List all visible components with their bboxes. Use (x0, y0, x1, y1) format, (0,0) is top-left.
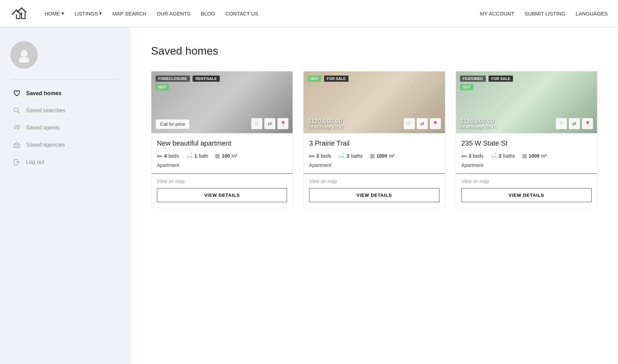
view-details-button-2[interactable]: VIEW DETAILS (309, 188, 439, 202)
logout-icon (13, 158, 21, 166)
view-on-map-2[interactable]: View on map (309, 179, 439, 184)
card-divider-1 (151, 173, 293, 174)
property-title-2: 3 Prairie Trail (309, 139, 439, 148)
sidebar-item-label: Saved agents (26, 125, 60, 131)
nav-contact-us[interactable]: CONTACT US (225, 11, 258, 16)
view-details-button-1[interactable]: VIEW DETAILS (157, 188, 287, 202)
bath-icon-3: 🛁 (490, 152, 497, 159)
agencies-icon (13, 141, 21, 149)
property-type-1: Apartment (157, 162, 287, 173)
card-actions-1: ♡ ⇄ 📍 (251, 118, 288, 129)
property-card-2: HOT FOR SALE $120,000.00 Est. Mortgage $… (303, 71, 445, 208)
view-on-map-3[interactable]: View on map (461, 179, 592, 184)
property-type-3: Apartment (461, 162, 592, 173)
chevron-down-icon: ▾ (61, 10, 64, 16)
sidebar-item-saved-homes[interactable]: Saved homes (10, 86, 120, 101)
avatar (10, 41, 38, 69)
svg-point-5 (17, 125, 20, 128)
navbar: HOME ▾ LISTINGS ▾ MAP SEARCH OUR AGENTS … (0, 0, 618, 27)
svg-point-0 (21, 50, 27, 57)
nav-languages[interactable]: LANGUAGES (576, 11, 608, 16)
share-button-2[interactable]: ⇄ (417, 118, 428, 129)
sidebar-item-label: Saved homes (26, 90, 61, 96)
hot-badge-wrapper-3: HOT (460, 84, 473, 90)
logo[interactable] (10, 5, 31, 22)
page-title: Saved homes (151, 45, 597, 57)
property-card-3: FEATURED FOR SALE HOT $120,000.00 Est. M… (456, 71, 597, 208)
nav-my-account[interactable]: MY ACCOUNT (480, 11, 514, 16)
svg-rect-6 (14, 144, 20, 148)
card-footer-1: View on map VIEW DETAILS (151, 179, 293, 208)
bath-icon-1: 🛁 (186, 152, 193, 159)
sidebar-item-label: Saved searches (26, 107, 66, 114)
card-image-wrapper-3: FEATURED FOR SALE HOT $120,000.00 Est. M… (456, 71, 597, 133)
featured-badge-3: FEATURED (460, 76, 486, 82)
card-image-wrapper-1: FORECLOSURE RENT/SALE HOT Call for price… (151, 71, 293, 133)
sidebar-divider (10, 79, 120, 79)
card-divider-2 (304, 173, 445, 174)
area-feature-2: ▦ 1000 m² (370, 152, 394, 159)
bed-icon-1: 🛏 (157, 153, 162, 159)
sidebar-item-saved-searches[interactable]: Saved searches (10, 103, 120, 118)
area-icon-3: ▦ (522, 152, 527, 159)
card-image-wrapper-2: HOT FOR SALE $120,000.00 Est. Mortgage $… (304, 71, 445, 133)
sidebar-item-saved-agents[interactable]: Saved agents (10, 121, 120, 135)
hot-badge-top-2: HOT (308, 76, 321, 82)
call-for-price[interactable]: Call for price (156, 119, 190, 129)
area-icon-2: ▦ (370, 152, 375, 159)
card-actions-3: ♡ ⇄ 📍 (556, 118, 593, 129)
svg-point-4 (14, 125, 17, 128)
property-title-1: New beautiful apartment (157, 139, 287, 148)
card-body-2: 3 Prairie Trail 🛏 3 beds 🛁 2 baths (304, 133, 445, 173)
nav-blog[interactable]: BLOG (201, 11, 215, 16)
property-mortgage-3: Est. Mortgage $52,75 (460, 125, 496, 129)
nav-home[interactable]: HOME ▾ (45, 10, 64, 16)
view-on-map-1[interactable]: View on map (157, 179, 287, 184)
sidebar-menu: Saved homes Saved searches (10, 86, 120, 169)
favorite-button-3[interactable]: ♡ (556, 118, 567, 129)
badge-row-2: HOT FOR SALE (308, 76, 348, 82)
badge-row-3: FEATURED FOR SALE (460, 76, 513, 82)
heart-icon (13, 90, 21, 97)
sidebar-item-logout[interactable]: Log out (10, 155, 120, 169)
nav-our-agents[interactable]: OUR AGENTS (157, 11, 190, 16)
property-type-2: Apartment (309, 162, 439, 173)
property-mortgage-2: Est. Mortgage $52,75 (308, 125, 344, 129)
map-pin-button-2[interactable]: 📍 (430, 118, 441, 129)
agents-icon (13, 124, 21, 132)
map-pin-button-3[interactable]: 📍 (582, 118, 593, 129)
nav-right: MY ACCOUNT SUBMIT LISTING LANGUAGES (480, 11, 608, 16)
for-sale-badge-2: FOR SALE (324, 76, 349, 82)
baths-feature-2: 🛁 2 baths (338, 152, 363, 159)
sidebar-item-label: Log out (26, 159, 44, 165)
svg-line-3 (18, 112, 20, 114)
bed-icon-3: 🛏 (461, 153, 467, 159)
main-layout: Saved homes Saved searches (0, 27, 618, 364)
nav-links: HOME ▾ LISTINGS ▾ MAP SEARCH OUR AGENTS … (45, 10, 480, 16)
nav-map-search[interactable]: MAP SEARCH (112, 11, 146, 16)
hot-badge-wrapper-1: HOT (156, 84, 169, 90)
card-features-3: 🛏 3 beds 🛁 2 baths ▦ 1000 m² (461, 152, 592, 159)
nav-submit-listing[interactable]: SUBMIT LISTING (525, 11, 565, 16)
nav-listings[interactable]: LISTINGS ▾ (75, 10, 102, 16)
share-button-3[interactable]: ⇄ (569, 118, 580, 129)
search-icon (13, 107, 21, 114)
card-actions-2: ♡ ⇄ 📍 (404, 118, 441, 129)
sidebar-item-saved-agencies[interactable]: Saved agencies (10, 138, 120, 152)
beds-feature-3: 🛏 3 beds (461, 152, 483, 159)
favorite-button-1[interactable]: ♡ (251, 118, 262, 129)
map-pin-button-1[interactable]: 📍 (277, 118, 288, 129)
baths-feature-3: 🛁 2 baths (490, 152, 515, 159)
card-features-1: 🛏 4 beds 🛁 1 bath ▦ 100 m² (157, 152, 287, 159)
area-icon-1: ▦ (215, 152, 220, 159)
svg-point-2 (14, 108, 18, 112)
rent-sale-badge: RENT/SALE (193, 76, 219, 82)
favorite-button-2[interactable]: ♡ (404, 118, 415, 129)
view-details-button-3[interactable]: VIEW DETAILS (461, 188, 592, 202)
card-body-3: 235 W State St 🛏 3 beds 🛁 2 baths (456, 133, 597, 173)
share-button-1[interactable]: ⇄ (264, 118, 275, 129)
for-sale-badge-3: FOR SALE (489, 76, 513, 82)
hot-badge-3: HOT (460, 84, 473, 90)
beds-feature-1: 🛏 4 beds (157, 152, 179, 159)
card-body-1: New beautiful apartment 🛏 4 beds 🛁 1 bat… (151, 133, 293, 173)
